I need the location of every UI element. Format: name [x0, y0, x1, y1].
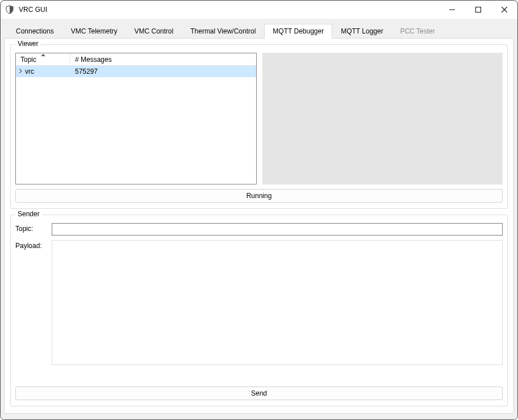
app-shield-icon	[5, 5, 14, 14]
tabs-bar: Connections VMC Telemetry VMC Control Th…	[4, 22, 514, 38]
chevron-right-icon[interactable]	[16, 69, 25, 74]
svg-line-3	[502, 7, 507, 12]
tree-row[interactable]: vrc 575297	[16, 66, 256, 77]
payload-label: Payload:	[15, 240, 47, 382]
tab-vmc-control[interactable]: VMC Control	[126, 24, 182, 39]
window-controls	[439, 1, 517, 19]
column-header-topic[interactable]: Topic	[16, 53, 70, 65]
title-bar: VRC GUI	[1, 1, 517, 19]
window-title: VRC GUI	[19, 6, 47, 14]
tab-mqtt-logger[interactable]: MQTT Logger	[332, 24, 391, 39]
payload-textarea[interactable]	[52, 240, 503, 365]
tab-pcc-tester: PCC Tester	[392, 24, 444, 39]
topic-input[interactable]	[52, 223, 503, 236]
minimize-button[interactable]	[439, 1, 465, 19]
topic-label: Topic:	[15, 223, 47, 236]
tab-connections[interactable]: Connections	[7, 24, 62, 39]
tab-vmc-telemetry[interactable]: VMC Telemetry	[62, 24, 126, 39]
sender-group: Sender Topic: Payload: Send	[10, 215, 508, 406]
viewer-body: Topic # Messages vrc	[15, 53, 503, 184]
maximize-button[interactable]	[465, 1, 491, 19]
viewer-group: Viewer Topic # Messages	[10, 44, 508, 209]
topic-tree[interactable]: Topic # Messages vrc	[15, 53, 257, 184]
tab-mqtt-debugger[interactable]: MQTT Debugger	[264, 24, 332, 39]
app-window: VRC GUI Connections VMC Telemetry VMC Co…	[0, 0, 518, 420]
close-button[interactable]	[491, 1, 517, 19]
sender-body: Topic: Payload: Send	[15, 223, 503, 400]
svg-line-2	[502, 7, 507, 12]
tab-thermal-view-control[interactable]: Thermal View/Control	[182, 24, 264, 39]
running-button[interactable]: Running	[15, 189, 503, 203]
topic-tree-body: vrc 575297	[16, 66, 256, 184]
client-area: Connections VMC Telemetry VMC Control Th…	[1, 19, 517, 419]
tree-cell-topic: vrc	[25, 68, 70, 75]
svg-rect-1	[476, 7, 481, 12]
sort-ascending-icon	[41, 54, 45, 56]
sender-legend: Sender	[15, 210, 42, 218]
topic-tree-header: Topic # Messages	[16, 53, 256, 66]
tree-cell-messages: 575297	[70, 68, 256, 75]
tab-panel: Viewer Topic # Messages	[4, 38, 514, 414]
column-header-messages[interactable]: # Messages	[70, 53, 256, 65]
viewer-legend: Viewer	[15, 40, 40, 48]
send-button[interactable]: Send	[15, 387, 503, 400]
message-preview-pane	[262, 53, 503, 184]
